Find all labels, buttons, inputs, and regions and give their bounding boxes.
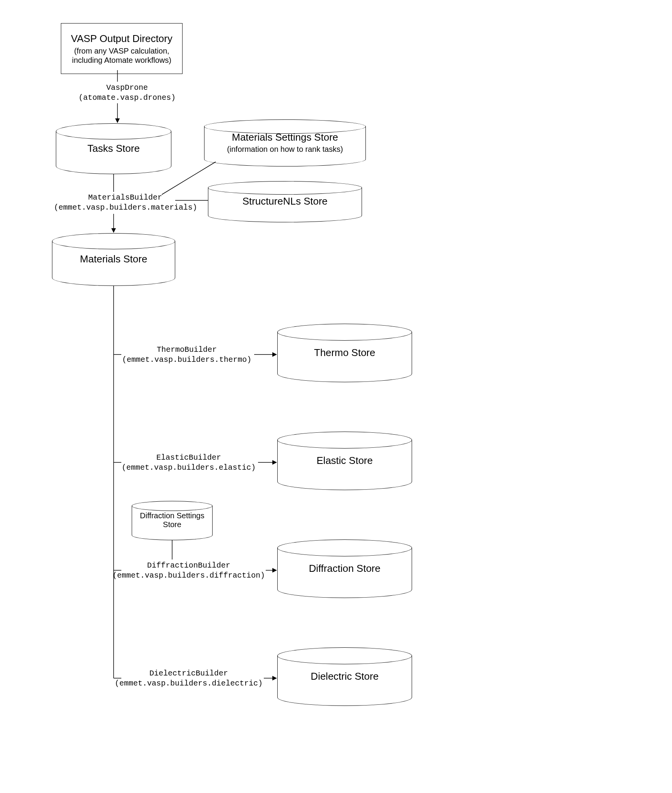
diffraction-builder-label: DiffractionBuilder (emmet.vasp.builders.… [108, 561, 270, 581]
elastic-builder-label: ElasticBuilder (emmet.vasp.builders.elas… [117, 453, 260, 473]
materials-builder-label: MaterialsBuilder (emmet.vasp.builders.ma… [54, 193, 196, 213]
materials-store: Materials Store [52, 233, 175, 285]
diffraction-builder-line1: DiffractionBuilder [147, 561, 230, 570]
structurenls-store: StructureNLs Store [208, 181, 362, 222]
dielectric-builder-label: DielectricBuilder (emmet.vasp.builders.d… [112, 669, 266, 689]
thermo-store-title: Thermo Store [314, 347, 375, 359]
diffraction-store-title: Diffraction Store [309, 563, 380, 575]
dielectric-builder-line2: (emmet.vasp.builders.dielectric) [115, 679, 263, 688]
thermo-builder-label: ThermoBuilder (emmet.vasp.builders.therm… [119, 345, 254, 365]
tasks-store-title: Tasks Store [87, 143, 140, 155]
dielectric-builder-line1: DielectricBuilder [149, 669, 228, 678]
vasp-output-box: VASP Output Directory (from any VASP cal… [61, 23, 183, 74]
vaspdrone-line1: VaspDrone [106, 83, 148, 92]
materials-settings-store: Materials Settings Store (information on… [204, 119, 366, 166]
diffraction-store: Diffraction Store [277, 539, 412, 597]
diffraction-settings-line2: Store [163, 520, 181, 529]
tasks-store: Tasks Store [56, 123, 171, 173]
vaspdrone-label: VaspDrone (atomate.vasp.drones) [77, 83, 177, 103]
vaspdrone-line2: (atomate.vasp.drones) [79, 93, 176, 102]
elastic-store-title: Elastic Store [317, 455, 373, 467]
diffraction-settings-store: Diffraction Settings Store [132, 501, 213, 539]
elastic-builder-line2: (emmet.vasp.builders.elastic) [122, 463, 256, 472]
thermo-builder-line1: ThermoBuilder [157, 345, 217, 354]
dielectric-store: Dielectric Store [277, 647, 412, 705]
dielectric-store-title: Dielectric Store [311, 670, 379, 682]
materials-store-title: Materials Store [80, 253, 147, 265]
thermo-store: Thermo Store [277, 324, 412, 381]
materials-builder-line1: MaterialsBuilder [88, 193, 162, 202]
materials-builder-line2: (emmet.vasp.builders.materials) [54, 203, 197, 212]
elastic-store: Elastic Store [277, 432, 412, 489]
elastic-builder-line1: ElasticBuilder [156, 453, 221, 462]
thermo-builder-line2: (emmet.vasp.builders.thermo) [122, 355, 251, 364]
diffraction-settings-line1: Diffraction Settings [140, 511, 204, 520]
materials-settings-sub: (information on how to rank tasks) [227, 145, 343, 154]
vasp-output-sub2: including Atomate workflows) [66, 55, 178, 65]
vasp-output-sub1: (from any VASP calculation, [66, 46, 178, 55]
vasp-output-title: VASP Output Directory [66, 33, 178, 45]
diffraction-builder-line2: (emmet.vasp.builders.diffraction) [112, 571, 265, 580]
structurenls-title: StructureNLs Store [242, 195, 327, 207]
